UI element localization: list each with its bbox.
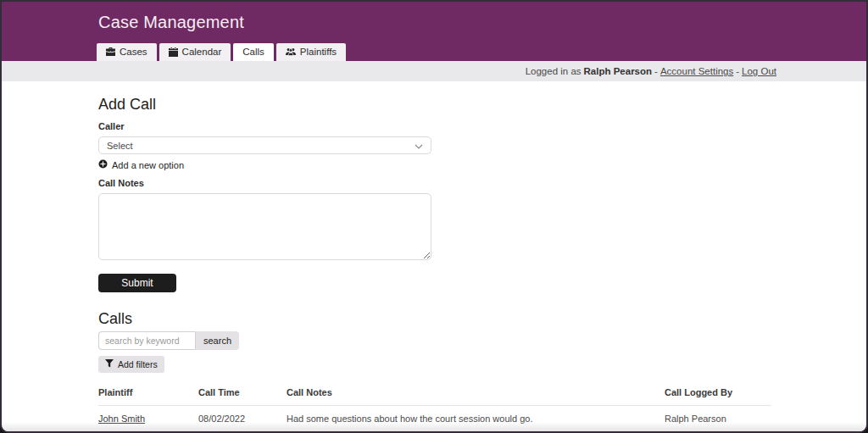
logged-in-text: Logged in as <box>526 66 581 76</box>
main-nav: Cases Calendar Calls Plaintiffs <box>97 43 346 61</box>
tab-cases[interactable]: Cases <box>97 43 157 61</box>
caller-label: Caller <box>98 121 866 132</box>
search-button[interactable]: search <box>196 331 239 350</box>
chevron-down-icon <box>415 141 423 151</box>
caller-select-value: Select <box>107 141 133 151</box>
logged-in-user: Ralph Pearson <box>584 66 653 76</box>
call-notes-textarea[interactable] <box>98 193 431 260</box>
users-icon <box>286 47 296 56</box>
call-notes-cell: Had some questions about how the court s… <box>287 406 665 432</box>
plaintiff-link[interactable]: John Smith <box>98 414 145 424</box>
account-settings-link[interactable]: Account Settings <box>660 66 733 76</box>
app-title: Case Management <box>98 13 244 32</box>
app-header: Case Management Cases Calendar Calls <box>2 2 866 61</box>
tab-label: Cases <box>120 47 147 57</box>
separator: - <box>736 66 739 76</box>
tab-label: Calendar <box>182 47 222 57</box>
tab-label: Calls <box>242 47 264 57</box>
filter-funnel-icon <box>105 359 114 369</box>
search-control: search <box>98 331 239 350</box>
col-call-notes: Call Notes <box>287 381 665 406</box>
col-call-time: Call Time <box>198 381 287 406</box>
add-filters-button[interactable]: Add filters <box>98 356 164 373</box>
calls-heading: Calls <box>98 309 866 328</box>
calls-table: Plaintiff Call Time Call Notes Call Logg… <box>98 381 771 432</box>
table-header-row: Plaintiff Call Time Call Notes Call Logg… <box>98 381 771 406</box>
plus-circle-icon <box>98 159 108 170</box>
add-new-option-link[interactable]: Add a new option <box>98 159 184 170</box>
call-logged-by-cell: Ralph Pearson <box>665 406 771 432</box>
search-input[interactable] <box>98 331 196 350</box>
call-time-cell: 08/02/2022 <box>198 406 287 432</box>
tab-plaintiffs[interactable]: Plaintiffs <box>276 43 346 61</box>
calendar-icon <box>169 47 178 57</box>
browser-viewport: Case Management Cases Calendar Calls <box>0 0 868 433</box>
caller-select[interactable]: Select <box>98 136 431 154</box>
add-new-option-label: Add a new option <box>112 160 184 170</box>
tab-calls[interactable]: Calls <box>233 43 274 61</box>
separator: - <box>654 66 658 76</box>
session-bar: Logged in as Ralph Pearson - Account Set… <box>2 61 866 81</box>
logout-link[interactable]: Log Out <box>742 66 776 76</box>
page-content: Add Call Caller Select Add a new option … <box>2 95 866 432</box>
tab-label: Plaintiffs <box>300 47 337 57</box>
col-plaintiff: Plaintiff <box>98 381 198 406</box>
table-row: John Smith 08/02/2022 Had some questions… <box>98 406 771 432</box>
add-call-heading: Add Call <box>98 95 866 114</box>
submit-button[interactable]: Submit <box>98 274 176 292</box>
add-filters-label: Add filters <box>118 359 158 369</box>
call-notes-label: Call Notes <box>98 178 866 189</box>
briefcase-icon <box>106 47 115 56</box>
tab-calendar[interactable]: Calendar <box>159 43 231 61</box>
col-call-logged-by: Call Logged By <box>665 381 771 406</box>
